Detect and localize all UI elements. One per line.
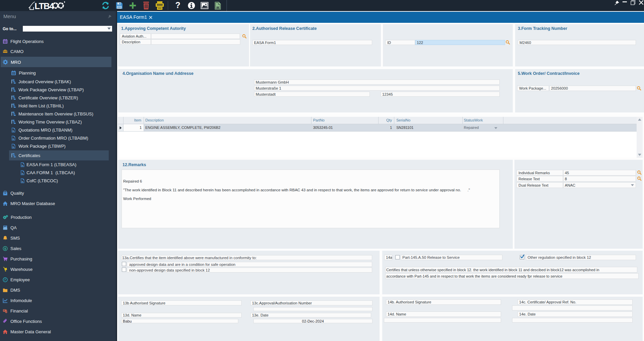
svg-text:LTB4: LTB4 — [35, 1, 54, 11]
